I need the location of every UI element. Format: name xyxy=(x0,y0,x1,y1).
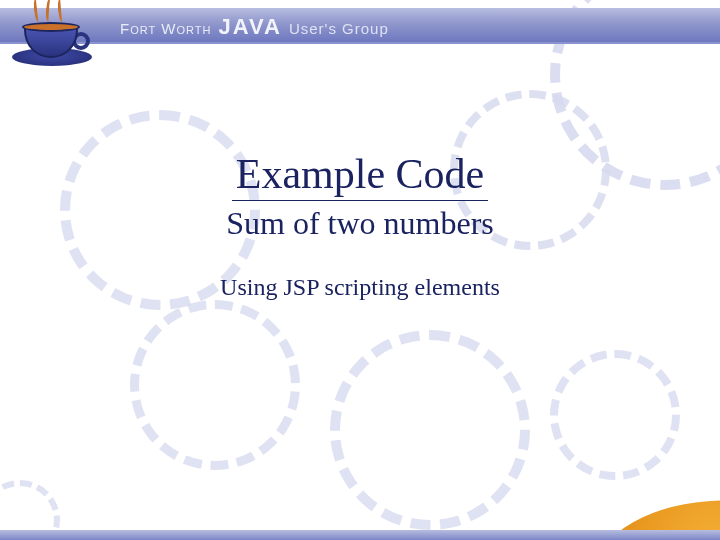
java-cup-logo-icon xyxy=(6,2,106,72)
slide-subtitle: Sum of two numbers xyxy=(0,205,720,242)
header-underline xyxy=(0,42,720,44)
footer-bar xyxy=(0,530,720,540)
org-name: JAVA xyxy=(218,14,281,40)
org-title: Fort Worth JAVA User's Group xyxy=(120,14,389,40)
slide-description: Using JSP scripting elements xyxy=(0,274,720,301)
org-prefix: Fort Worth xyxy=(120,20,211,37)
bg-circle xyxy=(550,350,680,480)
slide-body: Example Code Sum of two numbers Using JS… xyxy=(0,150,720,301)
bg-circle xyxy=(330,330,530,530)
bg-circle xyxy=(130,300,300,470)
org-suffix: User's Group xyxy=(289,20,389,37)
slide-title: Example Code xyxy=(232,150,488,201)
slide-header: Fort Worth JAVA User's Group xyxy=(0,0,720,72)
